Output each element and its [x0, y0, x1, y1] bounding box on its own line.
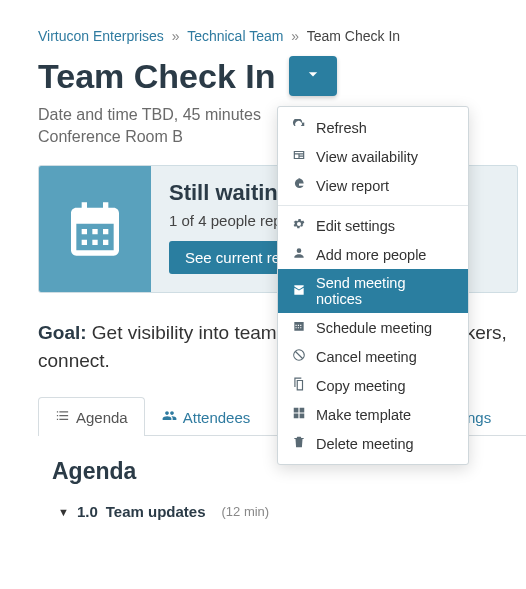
menu-send-notices[interactable]: Send meeting notices: [278, 269, 468, 313]
actions-dropdown-toggle[interactable]: [289, 56, 337, 96]
person-add-icon: [292, 246, 306, 263]
menu-delete[interactable]: Delete meeting: [278, 429, 468, 458]
menu-separator: [278, 205, 468, 206]
trash-icon: [292, 435, 306, 452]
meeting-time-text: Date and time TBD, 45 minutes: [38, 106, 261, 123]
actions-dropdown-menu: Refresh View availability View report Ed…: [277, 106, 469, 465]
tab-label: Agenda: [76, 409, 128, 426]
breadcrumb-sep: »: [291, 28, 299, 44]
breadcrumb-current: Team Check In: [307, 28, 400, 44]
calendar-grid-icon: [292, 319, 306, 336]
chevron-down-icon: [303, 64, 323, 88]
menu-label: Cancel meeting: [316, 349, 417, 365]
refresh-icon: [292, 119, 306, 136]
menu-schedule[interactable]: Schedule meeting: [278, 313, 468, 342]
card-icon: [292, 148, 306, 165]
menu-label: Edit settings: [316, 218, 395, 234]
breadcrumb: Virtucon Enterprises » Technical Team » …: [38, 28, 526, 44]
grid-icon: [292, 406, 306, 423]
gear-icon: [292, 217, 306, 234]
calendar-icon: [39, 166, 151, 292]
menu-copy[interactable]: Copy meeting: [278, 371, 468, 400]
menu-label: Send meeting notices: [316, 275, 454, 307]
menu-label: Schedule meeting: [316, 320, 432, 336]
tab-agenda[interactable]: Agenda: [38, 397, 145, 436]
menu-label: Add more people: [316, 247, 426, 263]
menu-label: View report: [316, 178, 389, 194]
agenda-item[interactable]: ▼ 1.0 Team updates (12 min): [58, 503, 526, 520]
menu-cancel[interactable]: Cancel meeting: [278, 342, 468, 371]
caret-down-icon: ▼: [58, 506, 69, 518]
breadcrumb-link-org[interactable]: Virtucon Enterprises: [38, 28, 164, 44]
agenda-item-duration: (12 min): [222, 504, 270, 519]
menu-label: Refresh: [316, 120, 367, 136]
agenda-item-title: Team updates: [106, 503, 206, 520]
list-icon: [55, 408, 70, 426]
meeting-location-text: Conference Room B: [38, 128, 183, 145]
tab-attendees[interactable]: Attendees: [145, 397, 268, 436]
people-icon: [162, 408, 177, 426]
breadcrumb-link-team[interactable]: Technical Team: [187, 28, 283, 44]
menu-view-availability[interactable]: View availability: [278, 142, 468, 171]
mail-icon: [292, 283, 306, 300]
ban-icon: [292, 348, 306, 365]
menu-add-people[interactable]: Add more people: [278, 240, 468, 269]
tab-label: Attendees: [183, 409, 251, 426]
copy-icon: [292, 377, 306, 394]
breadcrumb-sep: »: [172, 28, 180, 44]
menu-label: View availability: [316, 149, 418, 165]
menu-template[interactable]: Make template: [278, 400, 468, 429]
menu-edit-settings[interactable]: Edit settings: [278, 211, 468, 240]
goal-label: Goal:: [38, 322, 87, 343]
menu-label: Delete meeting: [316, 436, 414, 452]
menu-refresh[interactable]: Refresh: [278, 113, 468, 142]
agenda-item-number: 1.0: [77, 503, 98, 520]
pie-chart-icon: [292, 177, 306, 194]
menu-view-report[interactable]: View report: [278, 171, 468, 200]
menu-label: Copy meeting: [316, 378, 405, 394]
menu-label: Make template: [316, 407, 411, 423]
page-title: Team Check In: [38, 57, 275, 96]
